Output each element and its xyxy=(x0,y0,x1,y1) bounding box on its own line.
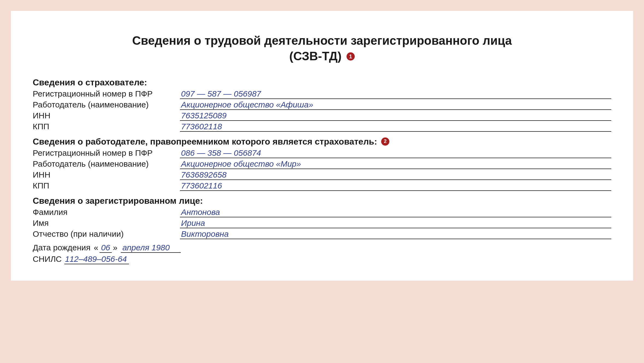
section-person-heading: Сведения о зарегистрированном лице: xyxy=(33,196,611,206)
field-row-surname: Фамилия Антонова xyxy=(33,208,611,217)
employer-value-1: Акционерное общество «Афиша» xyxy=(180,100,611,110)
employer-value-2: Акционерное общество «Мир» xyxy=(180,159,611,169)
employer-label-2: Работодатель (наименование) xyxy=(33,159,180,169)
snils-value: 112–489–056-64 xyxy=(64,254,129,264)
name-label: Имя xyxy=(33,218,180,228)
document-title: Сведения о трудовой деятельности зарегис… xyxy=(33,33,611,64)
patronymic-label: Отчество (при наличии) xyxy=(33,229,180,239)
snils-row: СНИЛС112–489–056-64 xyxy=(33,254,611,264)
patronymic-value: Викторовна xyxy=(180,229,611,239)
field-row-kpp-2: КПП 773602116 xyxy=(33,181,611,191)
dob-label: Дата рождения xyxy=(33,243,93,252)
field-row-employer-2: Работодатель (наименование) Акционерное … xyxy=(33,159,611,169)
field-row-inn-2: ИНН 7636892658 xyxy=(33,170,611,180)
snils-label: СНИЛС xyxy=(33,254,62,263)
section-insurer-heading: Сведения о страхователе: xyxy=(33,77,611,88)
reg-pfr-value-1: 097 — 587 — 056987 xyxy=(180,89,611,99)
title-line-2: (СЗВ-ТД) xyxy=(289,49,342,63)
section-successor-heading-text: Сведения о работодателе, правопреемником… xyxy=(33,137,377,146)
reg-pfr-label-2: Регистрационный номер в ПФР xyxy=(33,148,180,158)
reg-pfr-label-1: Регистрационный номер в ПФР xyxy=(33,89,180,98)
field-row-inn-1: ИНН 7635125089 xyxy=(33,111,611,121)
field-row-patronymic: Отчество (при наличии) Викторовна xyxy=(33,229,611,239)
annotation-badge-2: 2 xyxy=(381,137,389,146)
name-value: Ирина xyxy=(180,218,611,228)
kpp-value-2: 773602116 xyxy=(180,181,611,191)
dob-day: 06 xyxy=(100,243,112,253)
employer-label-1: Работодатель (наименование) xyxy=(33,100,180,109)
surname-label: Фамилия xyxy=(33,208,180,217)
open-quote: « xyxy=(93,243,100,252)
annotation-badge-1: 1 xyxy=(347,52,355,61)
section-successor-heading: Сведения о работодателе, правопреемником… xyxy=(33,137,611,147)
surname-value: Антонова xyxy=(180,208,611,217)
field-row-reg-pfr-2: Регистрационный номер в ПФР 086 — 358 — … xyxy=(33,148,611,158)
inn-value-1: 7635125089 xyxy=(180,111,611,121)
field-row-employer-1: Работодатель (наименование) Акционерное … xyxy=(33,100,611,110)
field-row-reg-pfr-1: Регистрационный номер в ПФР 097 — 587 — … xyxy=(33,89,611,99)
dob-month-year: апреля 1980 xyxy=(121,243,181,253)
field-row-kpp-1: КПП 773602118 xyxy=(33,122,611,132)
inn-value-2: 7636892658 xyxy=(180,170,611,180)
dob-row: Дата рождения «06» апреля 1980 xyxy=(33,243,611,253)
inn-label-1: ИНН xyxy=(33,111,180,120)
kpp-value-1: 773602118 xyxy=(180,122,611,132)
kpp-label-2: КПП xyxy=(33,181,180,190)
inn-label-2: ИНН xyxy=(33,170,180,179)
reg-pfr-value-2: 086 — 358 — 056874 xyxy=(180,148,611,158)
title-line-1: Сведения о трудовой деятельности зарегис… xyxy=(132,34,512,47)
kpp-label-1: КПП xyxy=(33,122,180,131)
field-row-name: Имя Ирина xyxy=(33,218,611,228)
document-container: Сведения о трудовой деятельности зарегис… xyxy=(11,11,633,281)
close-quote: » xyxy=(112,243,119,252)
